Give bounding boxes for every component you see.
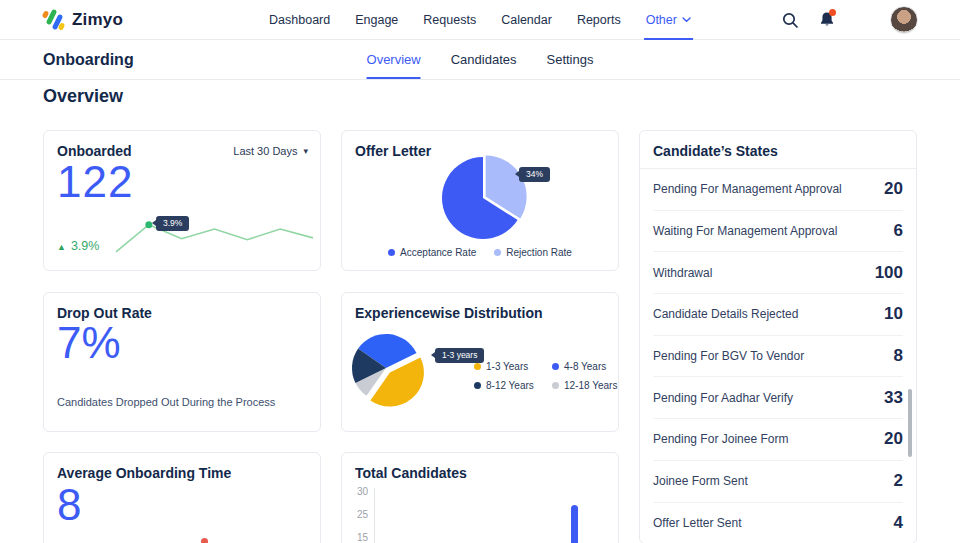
tab-settings[interactable]: Settings xyxy=(546,40,593,79)
states-list: Pending For Management Approval 20 Waiti… xyxy=(653,169,903,543)
legend-dot-icon xyxy=(474,382,481,389)
state-label: Pending For BGV To Vendor xyxy=(653,349,804,363)
state-row: Withdrawal 100 xyxy=(653,252,903,294)
trend-point-marker xyxy=(201,538,208,543)
nav-item-dashboard[interactable]: Dashboard xyxy=(269,0,330,40)
user-avatar[interactable] xyxy=(890,6,918,34)
chevron-down-icon xyxy=(682,17,691,23)
state-row: Candidate Details Rejected 10 xyxy=(653,294,903,336)
brand-logo[interactable]: Zimyo xyxy=(42,9,123,31)
total-candidates-card: Total Candidates 30 25 15 xyxy=(341,452,619,543)
date-range-select[interactable]: Last 30 Days xyxy=(233,145,308,157)
state-label: Pending For Joinee Form xyxy=(653,432,788,446)
sparkline-tooltip: 3.9% xyxy=(156,216,189,231)
legend-1-3-years: 1-3 Years xyxy=(474,361,540,372)
top-icons xyxy=(781,6,918,34)
state-value: 33 xyxy=(884,388,903,408)
state-label: Joinee Form Sent xyxy=(653,474,748,488)
pie-legend: 1-3 Years 4-8 Years 8-12 Years 12-18 Yea… xyxy=(474,361,617,391)
average-onboarding-time-card: Average Onboarding Time 8 xyxy=(43,452,321,543)
average-onboarding-value: 8 xyxy=(57,483,81,527)
module-title: Onboarding xyxy=(43,40,134,79)
legend-rejection: Rejection Rate xyxy=(494,247,572,258)
card-title: Offer Letter xyxy=(355,143,431,159)
state-label: Pending For Aadhar Verify xyxy=(653,391,793,405)
scrollbar-thumb[interactable] xyxy=(908,389,912,457)
legend-acceptance: Acceptance Rate xyxy=(388,247,476,258)
pie-tooltip: 34% xyxy=(519,167,550,182)
search-button[interactable] xyxy=(781,11,799,29)
state-value: 6 xyxy=(894,221,903,241)
legend-4-8-years: 4-8 Years xyxy=(552,361,617,372)
card-title: Candidate’s States xyxy=(653,143,778,159)
delta-badge: 3.9% xyxy=(57,239,99,253)
card-title: Experiencewise Distribution xyxy=(355,305,543,321)
legend-dot-icon xyxy=(552,363,559,370)
card-title: Total Candidates xyxy=(355,465,467,481)
drop-out-rate-value: 7% xyxy=(57,321,121,365)
state-row: Pending For Aadhar Verify 33 xyxy=(653,377,903,419)
y-axis-tick: 30 xyxy=(350,486,368,497)
brand-name: Zimyo xyxy=(72,10,123,30)
offer-letter-pie-chart xyxy=(433,148,533,248)
state-row: Offer Letter Sent 4 xyxy=(653,503,903,543)
module-bar: Onboarding Overview Candidates Settings xyxy=(0,40,960,80)
nav-item-other[interactable]: Other xyxy=(646,0,691,40)
legend-dot-icon xyxy=(552,382,559,389)
state-row: Waiting For Management Approval 6 xyxy=(653,211,903,253)
onboarded-sparkline xyxy=(112,209,317,265)
state-value: 20 xyxy=(884,429,903,449)
drop-out-caption: Candidates Dropped Out During the Proces… xyxy=(57,396,275,408)
legend-8-12-years: 8-12 Years xyxy=(474,380,540,391)
drop-out-rate-card: Drop Out Rate 7% Candidates Dropped Out … xyxy=(43,292,321,432)
tab-candidates[interactable]: Candidates xyxy=(451,40,517,79)
state-row: Pending For Management Approval 20 xyxy=(653,169,903,211)
nav-item-reports[interactable]: Reports xyxy=(577,0,621,40)
card-title: Average Onboarding Time xyxy=(57,465,231,481)
state-value: 100 xyxy=(875,263,903,283)
legend-12-18-years: 12-18 Years xyxy=(552,380,617,391)
state-label: Waiting For Management Approval xyxy=(653,224,837,238)
nav-item-calendar[interactable]: Calendar xyxy=(501,0,552,40)
y-axis-line xyxy=(374,488,375,543)
state-value: 2 xyxy=(894,471,903,491)
state-value: 20 xyxy=(884,179,903,199)
state-row: Pending For BGV To Vendor 8 xyxy=(653,336,903,378)
offer-letter-card: Offer Letter 34% Acceptance Rate Rejecti… xyxy=(341,130,619,271)
state-label: Withdrawal xyxy=(653,266,712,280)
module-tabs: Overview Candidates Settings xyxy=(367,40,594,79)
nav-item-requests[interactable]: Requests xyxy=(423,0,476,40)
state-label: Pending For Management Approval xyxy=(653,182,842,196)
onboarded-count: 122 xyxy=(57,160,133,204)
state-row: Pending For Joinee Form 20 xyxy=(653,419,903,461)
onboarded-card: Onboarded Last 30 Days 122 3.9% 3.9% xyxy=(43,130,321,271)
legend-dot-icon xyxy=(494,249,501,256)
state-label: Candidate Details Rejected xyxy=(653,307,798,321)
states-header: Candidate’s States xyxy=(640,131,916,169)
zimyo-logo-icon xyxy=(42,9,64,31)
onboarding-dashboard: Zimyo Dashboard Engage Requests Calendar… xyxy=(0,0,960,543)
notification-badge xyxy=(829,9,836,16)
experience-distribution-card: Experiencewise Distribution 1-3 years 1-… xyxy=(341,292,619,432)
total-candidates-bar xyxy=(571,505,578,543)
y-axis-tick: 25 xyxy=(350,509,368,520)
tab-overview[interactable]: Overview xyxy=(367,40,421,79)
legend-dot-icon xyxy=(474,363,481,370)
y-axis-tick: 15 xyxy=(350,532,368,543)
apps-grid-button[interactable] xyxy=(855,12,870,27)
top-bar: Zimyo Dashboard Engage Requests Calendar… xyxy=(0,0,960,40)
pie-tooltip: 1-3 years xyxy=(435,348,484,363)
trend-up-icon xyxy=(57,239,66,253)
candidates-states-card: Candidate’s States Pending For Managemen… xyxy=(639,130,917,543)
experience-pie-chart xyxy=(342,326,434,418)
pie-legend: Acceptance Rate Rejection Rate xyxy=(342,247,618,258)
notifications-button[interactable] xyxy=(819,11,835,28)
state-value: 10 xyxy=(884,304,903,324)
state-value: 8 xyxy=(894,346,903,366)
nav-item-engage[interactable]: Engage xyxy=(355,0,398,40)
state-row: Joinee Form Sent 2 xyxy=(653,461,903,503)
legend-dot-icon xyxy=(388,249,395,256)
main-nav: Dashboard Engage Requests Calendar Repor… xyxy=(269,0,691,40)
page-title: Overview xyxy=(43,86,123,107)
search-icon xyxy=(781,11,799,29)
